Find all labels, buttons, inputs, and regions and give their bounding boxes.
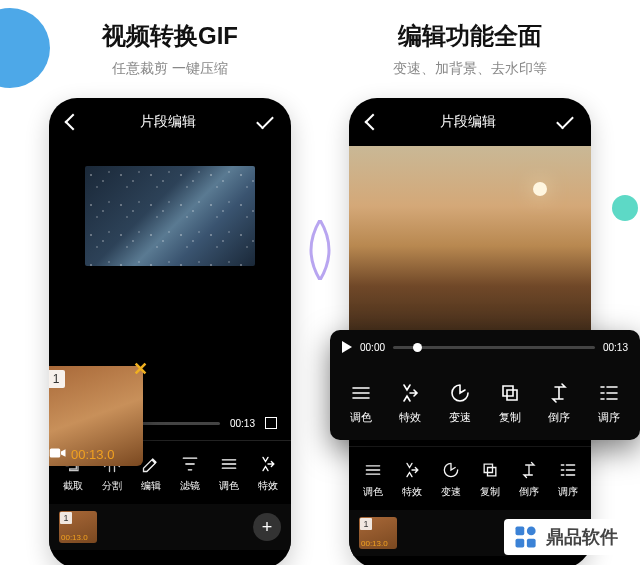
tool-reverse[interactable]: 倒序 [546, 380, 572, 425]
time-total: 00:13 [230, 418, 255, 429]
clip-index: 1 [360, 518, 372, 530]
tool-label: 调色 [350, 410, 372, 425]
time-total: 00:13 [603, 342, 628, 353]
color-icon [348, 380, 374, 406]
timeline-clip[interactable]: 1 00:13.0 [359, 517, 397, 549]
tool-label: 特效 [399, 410, 421, 425]
filter-icon [179, 453, 201, 475]
speed-icon [440, 459, 462, 481]
tool-fx[interactable]: 特效 [257, 453, 279, 493]
fullscreen-icon[interactable] [265, 417, 277, 429]
tool-fx[interactable]: 特效 [401, 459, 423, 499]
tool-row-right: 调色特效变速复制倒序调序 [349, 446, 591, 510]
tool-label: 特效 [402, 485, 422, 499]
tool-label: 截取 [63, 479, 83, 493]
screen-title: 片段编辑 [440, 113, 496, 131]
tool-label: 变速 [441, 485, 461, 499]
svg-point-2 [527, 527, 536, 536]
clip-duration: 00:13.0 [361, 539, 388, 548]
popup-tool-row: 调色特效变速复制倒序调序 [330, 364, 640, 440]
confirm-icon[interactable] [256, 111, 274, 129]
reverse-icon [518, 459, 540, 481]
svg-rect-4 [527, 539, 536, 548]
back-icon[interactable] [365, 114, 382, 131]
floating-clip-thumbnail[interactable]: 1 ✕ 00:13.0 [49, 366, 143, 466]
back-icon[interactable] [65, 114, 82, 131]
copy-icon [479, 459, 501, 481]
clip-index: 1 [60, 512, 72, 524]
feature-right: 编辑功能全面 变速、加背景、去水印等 片段编辑 调色特效变速复制倒序调序 1 0… [330, 20, 610, 565]
tool-label: 复制 [480, 485, 500, 499]
svg-rect-0 [50, 449, 61, 458]
screen-title: 片段编辑 [140, 113, 196, 131]
tool-label: 调序 [558, 485, 578, 499]
tool-copy[interactable]: 复制 [497, 380, 523, 425]
subheadline: 任意裁剪 一键压缩 [112, 60, 228, 78]
video-preview[interactable] [349, 146, 591, 346]
brand-logo-icon [512, 523, 540, 551]
headline: 视频转换GIF [102, 20, 238, 52]
tool-label: 编辑 [141, 479, 161, 493]
clip-duration: 00:13.0 [71, 447, 114, 462]
tool-color[interactable]: 调色 [218, 453, 240, 493]
video-preview[interactable] [49, 146, 291, 286]
reorder-icon [596, 380, 622, 406]
tool-label: 倒序 [548, 410, 570, 425]
phone-mockup-left: 片段编辑 00:04 00:13 截取分割编辑滤镜调色特效 1 00:13.0 [49, 98, 291, 565]
time-current: 00:00 [360, 342, 385, 353]
preview-frame [85, 166, 255, 266]
fx-icon [397, 380, 423, 406]
svg-rect-3 [516, 539, 525, 548]
color-icon [362, 459, 384, 481]
play-icon[interactable] [342, 341, 352, 353]
tool-speed[interactable]: 变速 [447, 380, 473, 425]
tool-filter[interactable]: 滤镜 [179, 453, 201, 493]
close-icon[interactable]: ✕ [129, 358, 151, 380]
tool-label: 变速 [449, 410, 471, 425]
tool-label: 分割 [102, 479, 122, 493]
tool-copy[interactable]: 复制 [479, 459, 501, 499]
tool-reorder[interactable]: 调序 [557, 459, 579, 499]
clip-index-badge: 1 [49, 370, 65, 388]
timeline-clip[interactable]: 1 00:13.0 [59, 511, 97, 543]
tool-label: 复制 [499, 410, 521, 425]
timeline: 1 00:13.0 + [49, 504, 291, 550]
fx-icon [257, 453, 279, 475]
brand-badge: 鼎品软件 [504, 519, 626, 555]
tool-label: 调序 [598, 410, 620, 425]
tool-label: 调色 [219, 479, 239, 493]
tool-reorder[interactable]: 调序 [596, 380, 622, 425]
tool-label: 特效 [258, 479, 278, 493]
speed-icon [447, 380, 473, 406]
tool-fx[interactable]: 特效 [397, 380, 423, 425]
tool-speed[interactable]: 变速 [440, 459, 462, 499]
clip-duration: 00:13.0 [61, 533, 88, 542]
brand-name: 鼎品软件 [546, 525, 618, 549]
copy-icon [497, 380, 523, 406]
tool-reverse[interactable]: 倒序 [518, 459, 540, 499]
subheadline: 变速、加背景、去水印等 [393, 60, 547, 78]
headline: 编辑功能全面 [398, 20, 542, 52]
tool-color[interactable]: 调色 [348, 380, 374, 425]
reorder-icon [557, 459, 579, 481]
confirm-icon[interactable] [556, 111, 574, 129]
svg-rect-1 [516, 527, 525, 536]
reverse-icon [546, 380, 572, 406]
progress-bar[interactable] [393, 346, 595, 349]
feature-left: 视频转换GIF 任意裁剪 一键压缩 片段编辑 00:04 00:13 截取分割编… [30, 20, 310, 565]
tool-label: 倒序 [519, 485, 539, 499]
tool-color[interactable]: 调色 [362, 459, 384, 499]
tool-label: 调色 [363, 485, 383, 499]
divider-icon [309, 220, 331, 280]
tool-label: 滤镜 [180, 479, 200, 493]
add-clip-button[interactable]: + [253, 513, 281, 541]
fx-icon [401, 459, 423, 481]
popup-edit-toolbar: 00:00 00:13 调色特效变速复制倒序调序 [330, 330, 640, 440]
camera-icon [49, 446, 67, 460]
color-icon [218, 453, 240, 475]
